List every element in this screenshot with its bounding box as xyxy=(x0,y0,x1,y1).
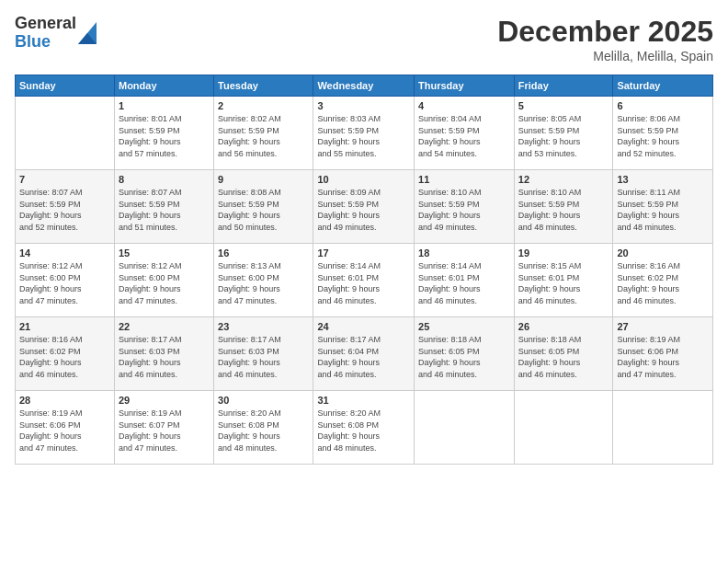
day-number: 22 xyxy=(119,321,210,332)
calendar-cell xyxy=(16,97,115,170)
calendar-cell: 9Sunrise: 8:08 AMSunset: 5:59 PMDaylight… xyxy=(214,170,313,244)
day-number: 4 xyxy=(418,100,510,111)
calendar-cell: 5Sunrise: 8:05 AMSunset: 5:59 PMDaylight… xyxy=(514,97,613,170)
calendar-cell: 20Sunrise: 8:16 AMSunset: 6:02 PMDayligh… xyxy=(613,244,713,317)
day-number: 28 xyxy=(19,395,110,406)
day-info: Sunrise: 8:10 AMSunset: 5:59 PMDaylight:… xyxy=(518,187,609,233)
day-info: Sunrise: 8:07 AMSunset: 5:59 PMDaylight:… xyxy=(119,187,210,233)
day-info: Sunrise: 8:18 AMSunset: 6:05 PMDaylight:… xyxy=(518,334,609,380)
day-info: Sunrise: 8:14 AMSunset: 6:01 PMDaylight:… xyxy=(418,260,510,306)
day-info: Sunrise: 8:17 AMSunset: 6:03 PMDaylight:… xyxy=(218,334,309,380)
col-friday: Friday xyxy=(514,75,613,97)
calendar-cell: 10Sunrise: 8:09 AMSunset: 5:59 PMDayligh… xyxy=(313,170,415,244)
day-number: 14 xyxy=(19,247,110,259)
day-info: Sunrise: 8:19 AMSunset: 6:06 PMDaylight:… xyxy=(617,334,709,380)
day-number: 10 xyxy=(317,174,410,185)
calendar-cell: 1Sunrise: 8:01 AMSunset: 5:59 PMDaylight… xyxy=(114,97,213,170)
calendar-cell: 12Sunrise: 8:10 AMSunset: 5:59 PMDayligh… xyxy=(514,170,613,244)
day-number: 27 xyxy=(617,321,709,332)
day-number: 25 xyxy=(418,321,510,332)
day-info: Sunrise: 8:05 AMSunset: 5:59 PMDaylight:… xyxy=(518,113,609,159)
day-info: Sunrise: 8:08 AMSunset: 5:59 PMDaylight:… xyxy=(218,187,309,233)
day-number: 26 xyxy=(518,321,609,332)
calendar-week-1: 7Sunrise: 8:07 AMSunset: 5:59 PMDaylight… xyxy=(16,170,713,244)
day-info: Sunrise: 8:20 AMSunset: 6:08 PMDaylight:… xyxy=(317,408,410,454)
calendar-header-row: Sunday Monday Tuesday Wednesday Thursday… xyxy=(16,75,713,97)
calendar-cell: 24Sunrise: 8:17 AMSunset: 6:04 PMDayligh… xyxy=(313,317,415,391)
title-block: December 2025 Melilla, Melilla, Spain xyxy=(497,15,713,63)
calendar-cell: 21Sunrise: 8:16 AMSunset: 6:02 PMDayligh… xyxy=(16,317,115,391)
day-number: 13 xyxy=(617,174,709,185)
day-number: 11 xyxy=(418,174,510,185)
calendar-cell: 14Sunrise: 8:12 AMSunset: 6:00 PMDayligh… xyxy=(16,244,115,317)
calendar-week-2: 14Sunrise: 8:12 AMSunset: 6:00 PMDayligh… xyxy=(16,244,713,317)
day-info: Sunrise: 8:18 AMSunset: 6:05 PMDaylight:… xyxy=(418,334,510,380)
day-number: 1 xyxy=(119,100,210,111)
day-info: Sunrise: 8:17 AMSunset: 6:03 PMDaylight:… xyxy=(119,334,210,380)
col-saturday: Saturday xyxy=(613,75,713,97)
day-info: Sunrise: 8:16 AMSunset: 6:02 PMDaylight:… xyxy=(19,334,110,380)
day-number: 7 xyxy=(19,174,110,185)
day-info: Sunrise: 8:06 AMSunset: 5:59 PMDaylight:… xyxy=(617,113,709,159)
calendar-cell: 22Sunrise: 8:17 AMSunset: 6:03 PMDayligh… xyxy=(114,317,213,391)
day-info: Sunrise: 8:13 AMSunset: 6:00 PMDaylight:… xyxy=(218,260,309,306)
logo: General Blue xyxy=(15,15,97,52)
day-number: 24 xyxy=(317,321,410,332)
day-info: Sunrise: 8:19 AMSunset: 6:07 PMDaylight:… xyxy=(119,408,210,454)
day-number: 6 xyxy=(617,100,709,111)
calendar-cell: 19Sunrise: 8:15 AMSunset: 6:01 PMDayligh… xyxy=(514,244,613,317)
day-number: 5 xyxy=(518,100,609,111)
calendar-cell: 15Sunrise: 8:12 AMSunset: 6:00 PMDayligh… xyxy=(114,244,213,317)
day-number: 18 xyxy=(418,247,510,259)
day-info: Sunrise: 8:16 AMSunset: 6:02 PMDaylight:… xyxy=(617,260,709,306)
calendar-cell: 23Sunrise: 8:17 AMSunset: 6:03 PMDayligh… xyxy=(214,317,313,391)
calendar-cell: 8Sunrise: 8:07 AMSunset: 5:59 PMDaylight… xyxy=(114,170,213,244)
calendar-cell: 13Sunrise: 8:11 AMSunset: 5:59 PMDayligh… xyxy=(613,170,713,244)
calendar-cell xyxy=(514,391,613,465)
day-info: Sunrise: 8:01 AMSunset: 5:59 PMDaylight:… xyxy=(119,113,210,159)
day-number: 29 xyxy=(119,395,210,406)
calendar-table: Sunday Monday Tuesday Wednesday Thursday… xyxy=(15,75,713,465)
calendar-week-3: 21Sunrise: 8:16 AMSunset: 6:02 PMDayligh… xyxy=(16,317,713,391)
day-number: 9 xyxy=(218,174,309,185)
calendar-week-0: 1Sunrise: 8:01 AMSunset: 5:59 PMDaylight… xyxy=(16,97,713,170)
day-number: 30 xyxy=(218,395,309,406)
logo-general: General xyxy=(15,15,76,33)
day-info: Sunrise: 8:02 AMSunset: 5:59 PMDaylight:… xyxy=(218,113,309,159)
day-number: 12 xyxy=(518,174,609,185)
logo-blue: Blue xyxy=(15,33,76,52)
col-tuesday: Tuesday xyxy=(214,75,313,97)
header: General Blue December 2025 Melilla, Meli… xyxy=(15,15,713,63)
calendar-cell: 26Sunrise: 8:18 AMSunset: 6:05 PMDayligh… xyxy=(514,317,613,391)
calendar-cell: 3Sunrise: 8:03 AMSunset: 5:59 PMDaylight… xyxy=(313,97,415,170)
day-info: Sunrise: 8:15 AMSunset: 6:01 PMDaylight:… xyxy=(518,260,609,306)
day-number: 23 xyxy=(218,321,309,332)
calendar-cell: 30Sunrise: 8:20 AMSunset: 6:08 PMDayligh… xyxy=(214,391,313,465)
day-number: 3 xyxy=(317,100,410,111)
calendar-cell: 7Sunrise: 8:07 AMSunset: 5:59 PMDaylight… xyxy=(16,170,115,244)
logo-icon xyxy=(78,22,97,44)
day-info: Sunrise: 8:17 AMSunset: 6:04 PMDaylight:… xyxy=(317,334,410,380)
day-info: Sunrise: 8:03 AMSunset: 5:59 PMDaylight:… xyxy=(317,113,410,159)
day-info: Sunrise: 8:14 AMSunset: 6:01 PMDaylight:… xyxy=(317,260,410,306)
calendar-cell: 4Sunrise: 8:04 AMSunset: 5:59 PMDaylight… xyxy=(415,97,515,170)
day-number: 8 xyxy=(119,174,210,185)
day-number: 16 xyxy=(218,247,309,259)
location: Melilla, Melilla, Spain xyxy=(497,49,713,63)
day-number: 31 xyxy=(317,395,410,406)
calendar-cell: 28Sunrise: 8:19 AMSunset: 6:06 PMDayligh… xyxy=(16,391,115,465)
day-info: Sunrise: 8:12 AMSunset: 6:00 PMDaylight:… xyxy=(119,260,210,306)
month-title: December 2025 xyxy=(497,15,713,49)
day-number: 21 xyxy=(19,321,110,332)
day-info: Sunrise: 8:09 AMSunset: 5:59 PMDaylight:… xyxy=(317,187,410,233)
calendar-cell: 11Sunrise: 8:10 AMSunset: 5:59 PMDayligh… xyxy=(415,170,515,244)
day-number: 17 xyxy=(317,247,410,259)
calendar-cell: 16Sunrise: 8:13 AMSunset: 6:00 PMDayligh… xyxy=(214,244,313,317)
calendar-cell: 31Sunrise: 8:20 AMSunset: 6:08 PMDayligh… xyxy=(313,391,415,465)
calendar-cell: 2Sunrise: 8:02 AMSunset: 5:59 PMDaylight… xyxy=(214,97,313,170)
col-monday: Monday xyxy=(114,75,213,97)
day-info: Sunrise: 8:04 AMSunset: 5:59 PMDaylight:… xyxy=(418,113,510,159)
day-number: 19 xyxy=(518,247,609,259)
calendar-cell: 17Sunrise: 8:14 AMSunset: 6:01 PMDayligh… xyxy=(313,244,415,317)
day-info: Sunrise: 8:11 AMSunset: 5:59 PMDaylight:… xyxy=(617,187,709,233)
